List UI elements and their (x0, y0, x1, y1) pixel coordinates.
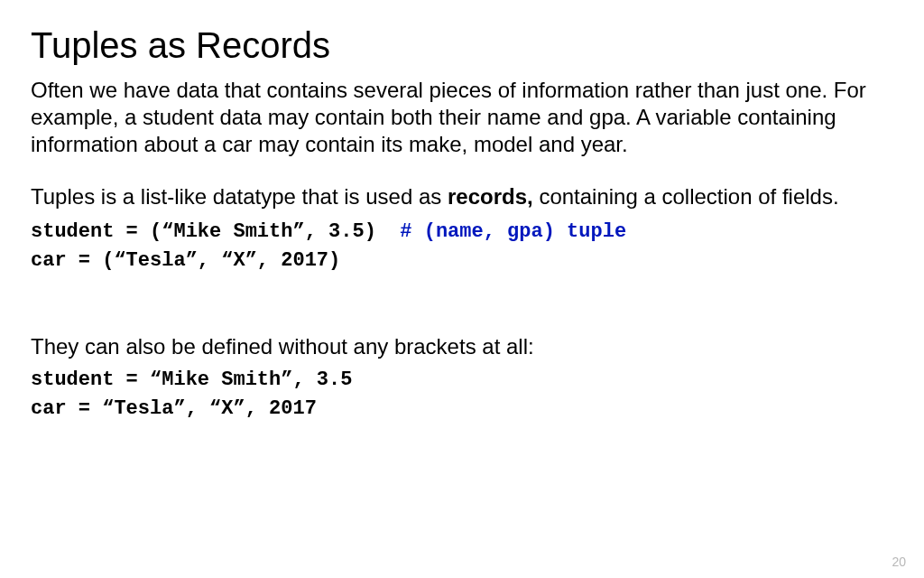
code-text: student = (“Mike Smith”, 3.5) (31, 220, 400, 243)
def-text-post: containing a collection of fields. (533, 184, 839, 209)
def-text-bold: records, (448, 184, 533, 209)
definition-paragraph: Tuples is a list-like datatype that is u… (31, 183, 893, 210)
code-line: car = “Tesla”, “X”, 2017 (31, 395, 893, 424)
code-block-1: student = (“Mike Smith”, 3.5) # (name, g… (31, 218, 893, 275)
alt-syntax-paragraph: They can also be defined without any bra… (31, 333, 893, 360)
slide-title: Tuples as Records (31, 25, 893, 66)
def-text-pre: Tuples is a list-like datatype that is u… (31, 184, 448, 209)
code-line: student = (“Mike Smith”, 3.5) # (name, g… (31, 218, 893, 247)
code-line: student = “Mike Smith”, 3.5 (31, 366, 893, 395)
code-comment: # (name, gpa) tuple (400, 220, 626, 243)
code-block-2: student = “Mike Smith”, 3.5 car = “Tesla… (31, 366, 893, 424)
intro-paragraph: Often we have data that contains several… (31, 77, 893, 158)
code-line: car = (“Tesla”, “X”, 2017) (31, 247, 893, 275)
page-number: 20 (892, 555, 906, 569)
